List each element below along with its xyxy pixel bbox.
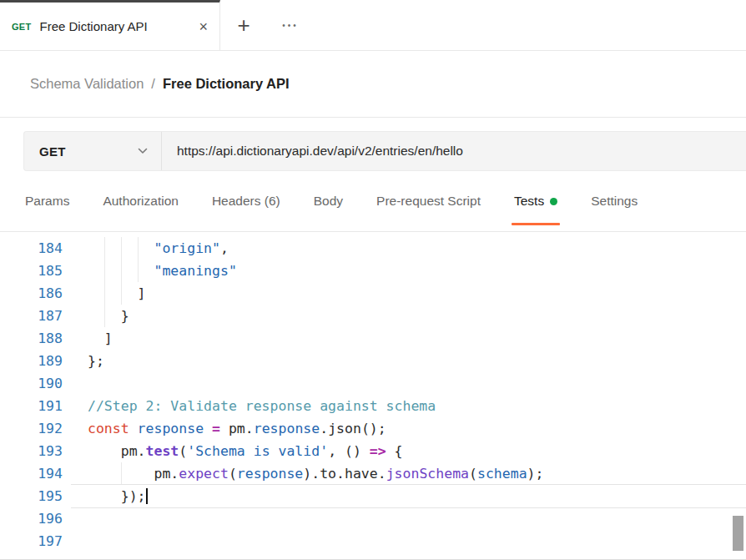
method-label: GET xyxy=(39,144,66,159)
indent-guide xyxy=(104,237,105,260)
code-line-content[interactable]: const response = pm.response.json(); xyxy=(71,417,746,440)
vertical-scrollbar-thumb[interactable] xyxy=(733,516,743,551)
line-number: 195 xyxy=(0,485,71,507)
line-number: 197 xyxy=(0,530,71,552)
tab-label: Tests xyxy=(514,194,544,209)
code-line-content[interactable]: ] xyxy=(71,282,746,305)
method-select[interactable]: GET xyxy=(24,132,162,170)
breadcrumb-separator: / xyxy=(151,76,155,92)
request-tabs: ParamsAuthorizationHeaders (6)BodyPre-re… xyxy=(0,171,746,232)
code-line-193[interactable]: 193 pm.test('Schema is valid', () => { xyxy=(0,440,746,462)
line-number: 186 xyxy=(0,282,71,305)
line-number: 192 xyxy=(0,417,71,440)
code-line-191[interactable]: 191//Step 2: Validate response against s… xyxy=(0,395,746,417)
more-tabs-button[interactable]: ••• xyxy=(267,0,314,50)
code-line-content[interactable] xyxy=(71,372,746,395)
line-number: 196 xyxy=(0,507,71,530)
code-line-content[interactable]: }); xyxy=(71,485,746,507)
tab-label: Body xyxy=(314,194,343,209)
ellipsis-icon: ••• xyxy=(282,21,299,30)
code-editor[interactable]: 184 "origin",185 "meanings"186 ]187 }188… xyxy=(0,232,746,559)
code-line-content[interactable]: pm.expect(response).to.have.jsonSchema(s… xyxy=(71,462,746,485)
tab-tests[interactable]: Tests xyxy=(514,171,557,231)
line-number: 190 xyxy=(0,372,71,395)
request-url-section: GET https://api.dictionaryapi.dev/api/v2… xyxy=(0,118,746,171)
tab-pre-request-script[interactable]: Pre-request Script xyxy=(376,171,481,231)
code-line-content[interactable] xyxy=(71,530,746,552)
line-number: 189 xyxy=(0,350,71,372)
code-line-195[interactable]: 195 }); xyxy=(0,485,746,507)
tab-body[interactable]: Body xyxy=(314,171,343,231)
tab-label: Params xyxy=(25,194,69,209)
line-number: 187 xyxy=(0,305,71,327)
code-line-185[interactable]: 185 "meanings" xyxy=(0,260,746,282)
breadcrumb-collection-link[interactable]: Schema Validation xyxy=(30,76,144,92)
code-line-190[interactable]: 190 xyxy=(0,372,746,395)
tab-label: Authorization xyxy=(103,194,178,209)
code-line-content[interactable]: ] xyxy=(71,327,746,350)
breadcrumb: Schema Validation / Free Dictionary API xyxy=(0,51,746,118)
close-tab-icon[interactable]: × xyxy=(199,19,208,34)
code-lines: 184 "origin",185 "meanings"186 ]187 }188… xyxy=(0,237,746,552)
chevron-down-icon xyxy=(138,148,148,154)
code-line-192[interactable]: 192const response = pm.response.json(); xyxy=(0,417,746,440)
code-line-187[interactable]: 187 } xyxy=(0,305,746,327)
indent-guide xyxy=(121,462,122,485)
code-line-189[interactable]: 189}; xyxy=(0,350,746,372)
tab-authorization[interactable]: Authorization xyxy=(103,171,178,231)
url-input[interactable]: https://api.dictionaryapi.dev/api/v2/ent… xyxy=(162,132,746,170)
code-line-196[interactable]: 196 xyxy=(0,507,746,530)
request-tab-title: Free Dictionary API xyxy=(40,19,148,33)
code-line-content[interactable]: "meanings" xyxy=(71,260,746,282)
code-line-194[interactable]: 194 pm.expect(response).to.have.jsonSche… xyxy=(0,462,746,485)
plus-icon: + xyxy=(237,13,250,38)
code-line-content[interactable]: //Step 2: Validate response against sche… xyxy=(71,395,746,417)
request-tab-method-badge: GET xyxy=(12,22,32,32)
text-cursor xyxy=(146,488,148,504)
line-number: 184 xyxy=(0,237,71,260)
code-line-content[interactable]: pm.test('Schema is valid', () => { xyxy=(71,440,746,462)
tab-label: Pre-request Script xyxy=(376,194,481,209)
line-number: 188 xyxy=(0,327,71,350)
tab-bar: GET Free Dictionary API × + ••• xyxy=(0,0,746,51)
code-line-content[interactable]: "origin", xyxy=(71,237,746,260)
indent-guide xyxy=(121,260,122,282)
postman-window: GET Free Dictionary API × + ••• Schema V… xyxy=(0,0,746,560)
new-tab-button[interactable]: + xyxy=(220,0,267,50)
line-number: 191 xyxy=(0,395,71,417)
url-text: https://api.dictionaryapi.dev/api/v2/ent… xyxy=(177,144,463,159)
tab-params[interactable]: Params xyxy=(25,171,69,231)
tab-settings[interactable]: Settings xyxy=(591,171,638,231)
code-line-content[interactable]: } xyxy=(71,305,746,327)
tab-label: Headers (6) xyxy=(212,194,280,209)
breadcrumb-request-name: Free Dictionary API xyxy=(163,76,290,92)
code-line-188[interactable]: 188 ] xyxy=(0,327,746,350)
line-number: 185 xyxy=(0,260,71,282)
indent-guide xyxy=(104,282,105,305)
tests-green-dot-icon xyxy=(550,198,557,205)
indent-guide xyxy=(121,237,122,260)
indent-guide xyxy=(138,237,139,260)
indent-guide xyxy=(121,282,122,305)
code-line-186[interactable]: 186 ] xyxy=(0,282,746,305)
indent-guide xyxy=(104,305,105,327)
line-number: 193 xyxy=(0,440,71,462)
request-tab[interactable]: GET Free Dictionary API × xyxy=(0,0,220,50)
tab-label: Settings xyxy=(591,194,638,209)
code-line-184[interactable]: 184 "origin", xyxy=(0,237,746,260)
url-bar: GET https://api.dictionaryapi.dev/api/v2… xyxy=(23,131,746,171)
tab-headers-6[interactable]: Headers (6) xyxy=(212,171,280,231)
line-number: 194 xyxy=(0,462,71,485)
code-line-content[interactable] xyxy=(71,507,746,530)
indent-guide xyxy=(104,260,105,282)
code-line-197[interactable]: 197 xyxy=(0,530,746,552)
indent-guide xyxy=(138,260,139,282)
code-line-content[interactable]: }; xyxy=(71,350,746,372)
